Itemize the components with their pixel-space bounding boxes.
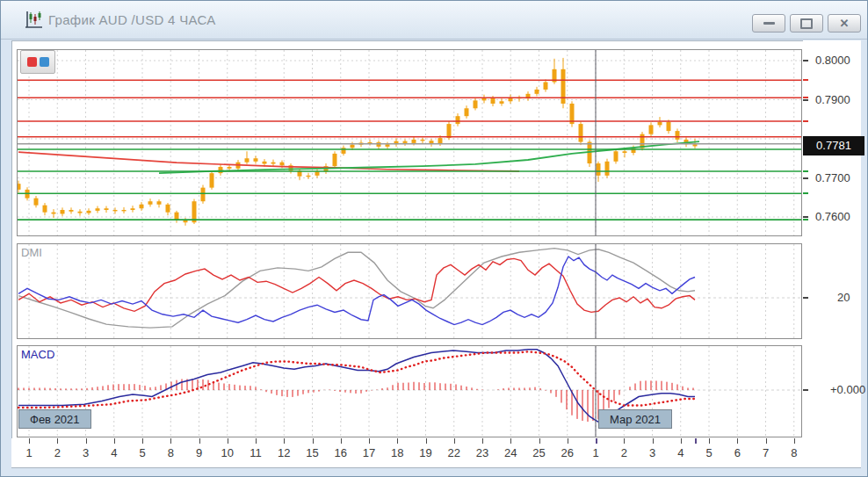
candle: [271, 163, 276, 164]
candle: [34, 199, 39, 206]
candle: [113, 210, 118, 211]
candle: [254, 158, 258, 162]
candle: [61, 210, 65, 213]
candle: [403, 141, 408, 143]
time-tick: [369, 438, 370, 444]
time-axis-label: 6: [726, 446, 749, 459]
candle: [658, 122, 662, 126]
price-axis-label: 0.7700: [815, 171, 850, 184]
candle: [386, 144, 390, 147]
price-tick: [803, 97, 808, 98]
candle: [447, 124, 452, 138]
legend-buy-swatch[interactable]: [40, 57, 49, 67]
time-axis-label: 4: [103, 446, 126, 459]
time-tick: [624, 438, 625, 444]
time-axis-label: 10: [216, 446, 239, 459]
candle: [219, 167, 223, 173]
price-chart-panel[interactable]: [17, 49, 802, 236]
price-axis: 0.80000.79000.77000.7600: [803, 40, 861, 440]
time-axis-label: 8: [783, 446, 806, 459]
time-axis-label: 17: [358, 446, 380, 459]
time-tick: [397, 438, 398, 444]
time-tick: [596, 438, 597, 444]
month-label-feb: Фев 2021: [18, 409, 91, 429]
time-tick: [341, 438, 342, 444]
time-axis-label: 3: [641, 446, 664, 459]
candle: [474, 100, 478, 108]
price-tick: [803, 79, 808, 81]
time-axis-label: 24: [499, 446, 522, 459]
candle: [579, 124, 583, 141]
candle: [18, 184, 21, 190]
title-bar[interactable]: График AUD /USD 4 ЧАСА ✕: [1, 1, 867, 40]
candlestick-chart-icon: [24, 11, 43, 30]
candle: [535, 90, 539, 94]
legend-sell-swatch[interactable]: [27, 57, 37, 67]
candle: [280, 163, 285, 166]
candle: [307, 176, 311, 177]
chart-window: График AUD /USD 4 ЧАСА ✕ DMI MACD Фев 20…: [0, 0, 868, 477]
candle: [263, 162, 267, 164]
minimize-icon: [763, 22, 775, 25]
macd-canvas[interactable]: [18, 346, 801, 437]
candle: [131, 208, 135, 210]
month-label-mar: Мар 2021: [598, 409, 672, 429]
dmi-axis-label: 20: [837, 291, 850, 304]
price-chart-canvas[interactable]: [18, 50, 801, 235]
time-tick: [568, 438, 568, 444]
candle: [623, 151, 627, 153]
time-tick: [256, 438, 257, 444]
price-tick: [803, 192, 808, 194]
price-tick: [803, 120, 808, 122]
candle: [105, 208, 109, 210]
cursor-tick: [695, 438, 697, 444]
time-axis-label: 19: [415, 446, 438, 459]
maximize-button[interactable]: [790, 14, 823, 33]
time-axis-label: 15: [301, 446, 324, 459]
candle: [201, 188, 206, 202]
candle: [491, 98, 495, 104]
candle: [351, 145, 355, 148]
candle: [412, 140, 416, 143]
time-axis-label: 5: [698, 446, 720, 459]
candle: [52, 213, 56, 214]
macd-panel[interactable]: MACD Фев 2021 Мар 2021: [17, 345, 802, 437]
time-tick: [737, 438, 738, 444]
macd-label: MACD: [21, 348, 54, 361]
price-axis-label: 0.7900: [815, 93, 850, 106]
time-tick: [539, 438, 540, 444]
candle: [465, 108, 469, 116]
candle: [333, 154, 337, 166]
chart-legend[interactable]: [20, 50, 55, 74]
candle: [649, 125, 654, 134]
price-tick: [803, 216, 808, 218]
time-tick: [29, 438, 30, 444]
candle: [544, 82, 548, 89]
time-axis-label: 5: [131, 446, 154, 459]
time-axis-label: 18: [386, 446, 409, 459]
price-tick: [803, 170, 808, 172]
candle: [693, 144, 698, 146]
close-button[interactable]: ✕: [828, 14, 861, 33]
price-tick: [803, 60, 808, 61]
candle: [614, 151, 618, 162]
candle: [500, 101, 504, 104]
time-axis-label: 25: [528, 446, 551, 459]
time-axis-label: 26: [556, 446, 579, 459]
dmi-panel[interactable]: DMI: [17, 243, 802, 339]
time-axis-label: 3: [75, 446, 98, 459]
candle: [69, 210, 74, 212]
time-tick: [199, 438, 200, 444]
candle: [315, 171, 320, 175]
minimize-button[interactable]: [752, 14, 785, 33]
time-tick: [142, 438, 143, 444]
candle: [184, 220, 188, 223]
time-tick: [114, 438, 115, 444]
price-axis-label: 0.7600: [815, 210, 850, 223]
candle: [87, 211, 91, 213]
candle: [561, 69, 566, 104]
dmi-canvas[interactable]: [18, 244, 801, 338]
time-axis-label: 12: [272, 446, 295, 459]
price-tick: [803, 389, 808, 391]
price-tick: [803, 297, 808, 299]
